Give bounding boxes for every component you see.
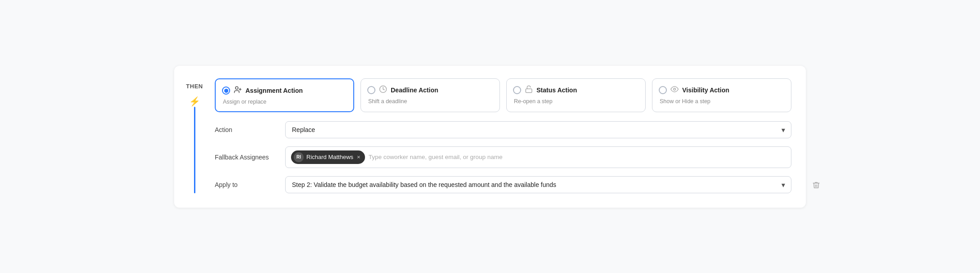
card-top-deadline: Deadline Action bbox=[367, 85, 492, 96]
svg-rect-4 bbox=[526, 89, 532, 92]
apply-to-select-wrapper: Step 2: Validate the budget availability… bbox=[285, 176, 791, 193]
trash-icon bbox=[812, 181, 820, 189]
radio-deadline[interactable] bbox=[367, 86, 375, 94]
action-cards-row: Assignment Action Assign or replace Dead… bbox=[215, 78, 791, 112]
then-divider bbox=[194, 107, 195, 193]
apply-to-label: Apply to bbox=[215, 181, 278, 188]
visibility-icon bbox=[670, 85, 679, 96]
delete-button[interactable] bbox=[810, 179, 822, 193]
main-content: Assignment Action Assign or replace Dead… bbox=[215, 78, 791, 193]
radio-visibility[interactable] bbox=[659, 86, 667, 94]
assignment-action-card[interactable]: Assignment Action Assign or replace bbox=[215, 78, 354, 112]
deadline-icon bbox=[379, 85, 387, 96]
deadline-title: Deadline Action bbox=[391, 86, 438, 94]
rule-builder-panel: THEN ⚡ Assignment bbox=[174, 66, 806, 208]
card-top-assignment: Assignment Action bbox=[222, 86, 346, 96]
apply-to-row: Apply to Step 2: Validate the budget ava… bbox=[215, 176, 791, 193]
assignee-remove-button[interactable]: × bbox=[357, 154, 361, 160]
action-row: Action Replace Assign Remove bbox=[215, 121, 791, 138]
fallback-label: Fallback Assignees bbox=[215, 154, 278, 161]
status-icon bbox=[525, 85, 533, 96]
action-select[interactable]: Replace Assign Remove bbox=[285, 121, 791, 138]
action-select-wrap: Replace Assign Remove bbox=[285, 121, 791, 138]
status-action-card[interactable]: Status Action Re-open a step bbox=[506, 78, 646, 112]
then-section: THEN ⚡ bbox=[183, 78, 215, 193]
visibility-title: Visibility Action bbox=[682, 86, 729, 94]
radio-status[interactable] bbox=[513, 86, 521, 94]
card-top-visibility: Visibility Action bbox=[659, 85, 784, 96]
then-label: THEN bbox=[186, 83, 203, 90]
assignee-name: Richard Matthews bbox=[306, 154, 353, 160]
status-title: Status Action bbox=[536, 86, 577, 94]
fallback-control-wrap: RI Richard Matthews × Type coworker name… bbox=[285, 146, 791, 168]
lightning-icon: ⚡ bbox=[189, 96, 200, 107]
visibility-action-card[interactable]: Visibility Action Show or Hide a step bbox=[652, 78, 791, 112]
svg-point-0 bbox=[236, 86, 238, 89]
deadline-subtitle: Shift a deadline bbox=[367, 98, 492, 105]
action-select-wrapper: Replace Assign Remove bbox=[285, 121, 791, 138]
visibility-subtitle: Show or Hide a step bbox=[659, 98, 784, 105]
apply-to-select[interactable]: Step 2: Validate the budget availability… bbox=[285, 176, 791, 193]
assignee-initials: RI bbox=[296, 155, 301, 159]
assignment-icon bbox=[234, 86, 242, 96]
svg-point-5 bbox=[674, 88, 676, 90]
card-top-status: Status Action bbox=[513, 85, 638, 96]
assignment-title: Assignment Action bbox=[245, 87, 303, 94]
status-subtitle: Re-open a step bbox=[513, 98, 638, 105]
assignment-subtitle: Assign or replace bbox=[222, 99, 346, 105]
assignee-tag: RI Richard Matthews × bbox=[291, 150, 365, 164]
fallback-row: Fallback Assignees RI Richard Matthews ×… bbox=[215, 146, 791, 168]
deadline-action-card[interactable]: Deadline Action Shift a deadline bbox=[361, 78, 500, 112]
assignees-placeholder[interactable]: Type coworker name, guest email, or grou… bbox=[369, 154, 786, 160]
form-section: Action Replace Assign Remove Fallback As… bbox=[215, 121, 791, 193]
action-label: Action bbox=[215, 126, 278, 133]
assignee-avatar: RI bbox=[294, 152, 304, 162]
apply-to-control-wrap: Step 2: Validate the budget availability… bbox=[285, 176, 791, 193]
radio-assignment[interactable] bbox=[222, 86, 230, 95]
assignees-input[interactable]: RI Richard Matthews × Type coworker name… bbox=[285, 146, 791, 168]
